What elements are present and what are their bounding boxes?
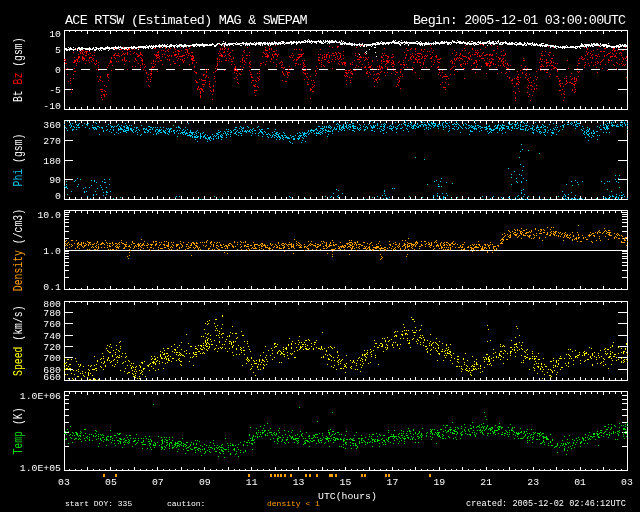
- svg-text:Temp (K): Temp (K): [11, 407, 24, 454]
- svg-text:07: 07: [152, 477, 164, 488]
- svg-text:21: 21: [480, 477, 492, 488]
- svg-text:UTC(hours): UTC(hours): [318, 491, 377, 502]
- svg-text:17: 17: [387, 477, 399, 488]
- svg-text:5: 5: [55, 45, 61, 56]
- svg-text:density < 1: density < 1: [267, 499, 320, 508]
- svg-text:13: 13: [293, 477, 305, 488]
- svg-text:Bt Bz (gsm): Bt Bz (gsm): [11, 37, 24, 102]
- svg-text:Phi (gsm): Phi (gsm): [11, 134, 24, 187]
- svg-text:780: 780: [43, 308, 61, 319]
- svg-text:720: 720: [43, 342, 61, 353]
- svg-text:Begin: 2005-12-01 03:00:00UTC: Begin: 2005-12-01 03:00:00UTC: [413, 13, 626, 28]
- svg-text:1.0E+06: 1.0E+06: [20, 391, 61, 402]
- svg-text:10: 10: [49, 29, 61, 40]
- svg-text:700: 700: [43, 353, 61, 364]
- svg-text:-5: -5: [49, 85, 61, 96]
- svg-text:90: 90: [49, 175, 61, 186]
- svg-text:19: 19: [433, 477, 445, 488]
- svg-text:11: 11: [246, 477, 258, 488]
- svg-text:01: 01: [574, 477, 586, 488]
- svg-text:0.1: 0.1: [43, 282, 61, 293]
- svg-text:03: 03: [621, 477, 633, 488]
- svg-text:Density (/cm3): Density (/cm3): [11, 209, 24, 291]
- svg-text:10.0: 10.0: [37, 210, 61, 221]
- svg-text:created: 2005-12-02 02:46:12UT: created: 2005-12-02 02:46:12UTC: [466, 499, 626, 509]
- svg-text:15: 15: [340, 477, 352, 488]
- svg-text:1.0: 1.0: [43, 246, 61, 257]
- svg-text:0: 0: [55, 191, 61, 202]
- svg-text:09: 09: [199, 477, 211, 488]
- svg-text:660: 660: [43, 372, 61, 383]
- svg-text:05: 05: [105, 477, 117, 488]
- svg-text:270: 270: [43, 136, 61, 147]
- svg-text:740: 740: [43, 331, 61, 342]
- svg-text:360: 360: [43, 120, 61, 131]
- svg-text:ACE RTSW (Estimated) MAG & SWE: ACE RTSW (Estimated) MAG & SWEPAM: [65, 13, 307, 28]
- svg-text:0: 0: [55, 65, 61, 76]
- svg-text:180: 180: [43, 156, 61, 167]
- svg-text:caution:: caution:: [167, 499, 205, 508]
- svg-text:-10: -10: [43, 101, 61, 112]
- svg-text:760: 760: [43, 319, 61, 330]
- svg-text:03: 03: [58, 477, 70, 488]
- svg-text:1.0E+05: 1.0E+05: [20, 463, 61, 474]
- svg-text:23: 23: [527, 477, 539, 488]
- svg-text:start DOY: 335: start DOY: 335: [65, 499, 132, 508]
- svg-text:Speed (km/s): Speed (km/s): [11, 305, 24, 376]
